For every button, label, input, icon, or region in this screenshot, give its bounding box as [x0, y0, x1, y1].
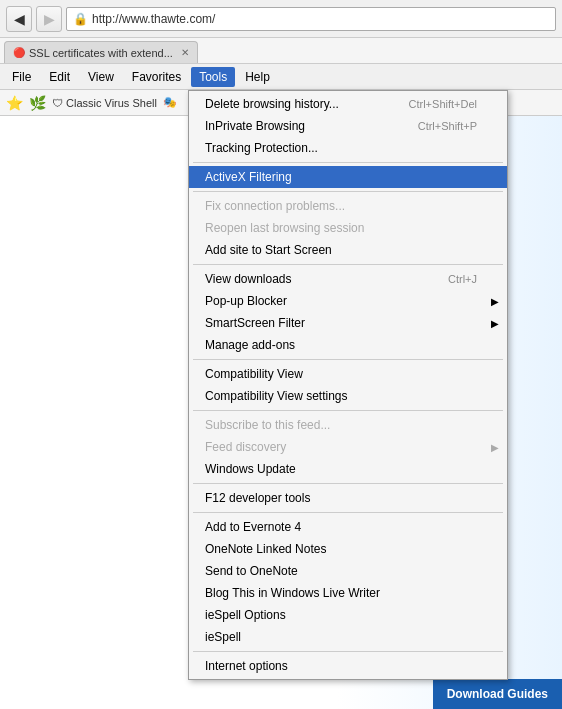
forward-button[interactable]: ▶: [36, 6, 62, 32]
feed-discovery-arrow: ▶: [491, 442, 499, 453]
menu-tracking-protection[interactable]: Tracking Protection...: [189, 137, 507, 159]
separator-2: [193, 264, 503, 265]
classic-virus-shell-label: Classic Virus Shell: [66, 97, 157, 109]
tab-bar: 🔴 SSL certificates with extend... ✕: [0, 38, 562, 64]
tab-close-button[interactable]: ✕: [181, 47, 189, 58]
menu-tools[interactable]: Tools: [191, 67, 235, 87]
menu-delete-browsing-history[interactable]: Delete browsing history... Ctrl+Shift+De…: [189, 93, 507, 115]
menu-send-onenote[interactable]: Send to OneNote: [189, 560, 507, 582]
menu-blog-windows-live[interactable]: Blog This in Windows Live Writer: [189, 582, 507, 604]
favorites-extra: 🎭: [163, 96, 177, 109]
classic-virus-shell-icon: 🛡: [52, 97, 63, 109]
address-text: http://www.thawte.com/: [92, 12, 549, 26]
separator-6: [193, 512, 503, 513]
menu-add-start-screen[interactable]: Add site to Start Screen: [189, 239, 507, 261]
menu-add-evernote[interactable]: Add to Evernote 4: [189, 516, 507, 538]
menu-inprivate-browsing[interactable]: InPrivate Browsing Ctrl+Shift+P: [189, 115, 507, 137]
favorites-star-icon[interactable]: ⭐: [6, 95, 23, 111]
separator-7: [193, 651, 503, 652]
menu-view-downloads[interactable]: View downloads Ctrl+J: [189, 268, 507, 290]
address-bar[interactable]: 🔒 http://www.thawte.com/: [66, 7, 556, 31]
download-guides-button[interactable]: Download Guides: [433, 679, 562, 709]
menu-activex-filtering[interactable]: ActiveX Filtering: [189, 166, 507, 188]
menu-smartscreen-filter[interactable]: SmartScreen Filter ▶: [189, 312, 507, 334]
lock-icon: 🔒: [73, 12, 88, 26]
menu-iespell[interactable]: ieSpell: [189, 626, 507, 648]
separator-3: [193, 359, 503, 360]
favorites-green-icon[interactable]: 🌿: [29, 95, 46, 111]
menu-help[interactable]: Help: [237, 67, 278, 87]
menu-compatibility-view[interactable]: Compatibility View: [189, 363, 507, 385]
menu-view[interactable]: View: [80, 67, 122, 87]
separator-1: [193, 162, 503, 163]
menu-windows-update[interactable]: Windows Update: [189, 458, 507, 480]
menu-manage-addons[interactable]: Manage add-ons: [189, 334, 507, 356]
menu-favorites[interactable]: Favorites: [124, 67, 189, 87]
menu-onenote-linked[interactable]: OneNote Linked Notes: [189, 538, 507, 560]
menu-internet-options[interactable]: Internet options: [189, 655, 507, 677]
menu-bar: File Edit View Favorites Tools Help: [0, 64, 562, 90]
menu-popup-blocker[interactable]: Pop-up Blocker ▶: [189, 290, 507, 312]
menu-compatibility-view-settings[interactable]: Compatibility View settings: [189, 385, 507, 407]
menu-edit[interactable]: Edit: [41, 67, 78, 87]
separator-5: [193, 483, 503, 484]
menu-iespell-options[interactable]: ieSpell Options: [189, 604, 507, 626]
separator-activex: [193, 191, 503, 192]
browser-tab[interactable]: 🔴 SSL certificates with extend... ✕: [4, 41, 198, 63]
back-button[interactable]: ◀: [6, 6, 32, 32]
tab-title: SSL certificates with extend...: [29, 47, 173, 59]
menu-reopen-session: Reopen last browsing session: [189, 217, 507, 239]
smartscreen-arrow: ▶: [491, 318, 499, 329]
browser-toolbar: ◀ ▶ 🔒 http://www.thawte.com/: [0, 0, 562, 38]
classic-virus-shell-link[interactable]: 🛡 Classic Virus Shell: [52, 97, 157, 109]
tab-ssl-icon: 🔴: [13, 47, 25, 58]
menu-file[interactable]: File: [4, 67, 39, 87]
menu-fix-connection: Fix connection problems...: [189, 195, 507, 217]
popup-blocker-arrow: ▶: [491, 296, 499, 307]
tools-dropdown-menu: Delete browsing history... Ctrl+Shift+De…: [188, 90, 508, 680]
menu-feed-discovery: Feed discovery ▶: [189, 436, 507, 458]
menu-f12-developer[interactable]: F12 developer tools: [189, 487, 507, 509]
menu-subscribe-feed: Subscribe to this feed...: [189, 414, 507, 436]
separator-4: [193, 410, 503, 411]
